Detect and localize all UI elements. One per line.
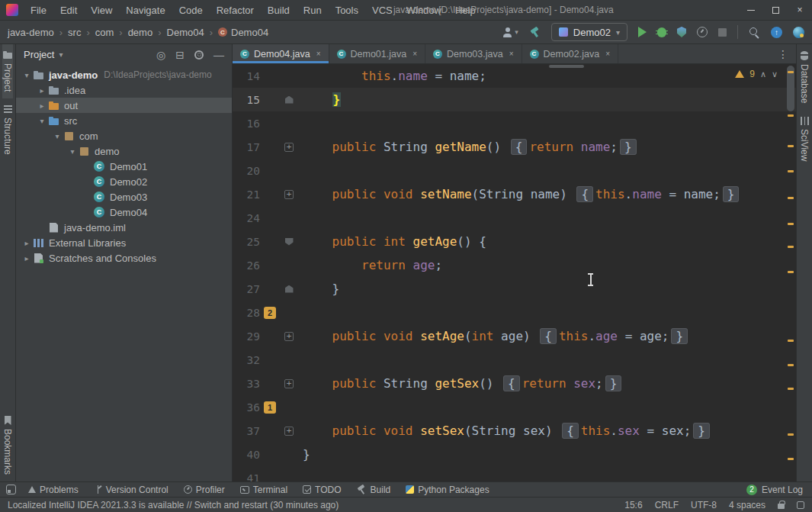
line-number[interactable]: 21 xyxy=(233,188,260,201)
tree-item-demo02[interactable]: CDemo02 xyxy=(16,174,232,189)
next-problem-icon[interactable]: ∨ xyxy=(772,69,778,79)
tree-item-demo03[interactable]: CDemo03 xyxy=(16,189,232,204)
status-message[interactable]: Localized IntelliJ IDEA 2021.3.3 is avai… xyxy=(8,500,339,510)
tree-item-scratches-and-consoles[interactable]: ▸Scratches and Consoles xyxy=(16,250,232,266)
fold-cell[interactable] xyxy=(280,238,298,246)
tool-button-problems[interactable]: Problems xyxy=(21,482,86,497)
chevron-right-icon[interactable]: ▸ xyxy=(36,101,48,110)
encoding[interactable]: UTF-8 xyxy=(691,500,717,510)
tool-button-sciview[interactable]: SciView xyxy=(799,110,810,168)
chevron-down-icon[interactable]: ▾ xyxy=(66,147,79,156)
chevron-right-icon[interactable]: ▸ xyxy=(36,86,48,95)
breadcrumb-item-demo04-5[interactable]: CDemo04 xyxy=(218,27,268,38)
stop-button[interactable] xyxy=(718,28,727,37)
tab-demo03-java[interactable]: CDemo03.java× xyxy=(425,44,522,63)
fold-expand-icon[interactable]: + xyxy=(284,190,294,199)
search-everywhere-button[interactable] xyxy=(749,27,760,38)
tree-item-java-demo-iml[interactable]: java-demo.iml xyxy=(16,220,232,235)
breadcrumb-item-demo04-4[interactable]: Demo04 xyxy=(167,27,204,38)
chevron-right-icon[interactable]: ▸ xyxy=(21,239,33,247)
tool-button-terminal[interactable]: Terminal xyxy=(233,482,295,497)
breadcrumb-item-demo-3[interactable]: demo xyxy=(128,27,153,38)
build-project-button[interactable] xyxy=(529,27,541,38)
lock-icon[interactable] xyxy=(778,504,785,509)
menu-edit[interactable]: Edit xyxy=(53,0,84,21)
breadcrumb-item-com-2[interactable]: com xyxy=(95,27,114,38)
line-number[interactable]: 33 xyxy=(233,378,260,390)
close-button[interactable]: × xyxy=(788,0,812,20)
tab-close-icon[interactable]: × xyxy=(509,50,514,58)
settings-gear-icon[interactable] xyxy=(194,50,204,60)
caret-position[interactable]: 15:6 xyxy=(624,500,642,510)
project-view-selector[interactable]: Project xyxy=(24,49,54,60)
toolwindow-switcher-icon[interactable] xyxy=(6,485,16,494)
code-line-28[interactable]: 282 xyxy=(233,301,796,324)
code-line-41[interactable]: 41 xyxy=(233,466,796,481)
code-line-32[interactable]: 32 xyxy=(233,348,796,372)
fold-end-icon[interactable] xyxy=(285,285,294,293)
line-number[interactable]: 28 xyxy=(233,307,260,319)
collapse-all-icon[interactable]: ⊟ xyxy=(175,49,185,61)
editor-scrollbar[interactable] xyxy=(785,64,796,481)
fold-cell[interactable]: + xyxy=(280,143,298,152)
tab-close-icon[interactable]: × xyxy=(316,50,321,58)
menu-tools[interactable]: Tools xyxy=(329,0,365,21)
line-number[interactable]: 29 xyxy=(233,330,260,343)
code-line-25[interactable]: 25 public int getAge() { xyxy=(233,230,796,253)
fold-expand-icon[interactable]: + xyxy=(284,427,294,436)
fold-start-icon[interactable] xyxy=(285,238,294,246)
code-line-26[interactable]: 26 return age; xyxy=(233,253,796,277)
line-number[interactable]: 25 xyxy=(233,236,260,248)
breadcrumb-item-src-1[interactable]: src xyxy=(68,27,81,38)
fold-cell[interactable] xyxy=(280,96,298,104)
code-line-21[interactable]: 21+ public void setName(String name) {th… xyxy=(233,182,796,206)
code-line-15[interactable]: 15 } xyxy=(233,88,796,111)
fold-expand-icon[interactable]: + xyxy=(284,332,294,341)
bookmark-icon[interactable]: 2 xyxy=(264,307,276,319)
fold-end-icon[interactable] xyxy=(285,96,294,104)
fold-cell[interactable]: + xyxy=(280,427,298,436)
fold-cell[interactable]: + xyxy=(280,379,298,388)
line-number[interactable]: 14 xyxy=(233,70,260,82)
tree-item-out[interactable]: ▸out xyxy=(16,98,232,113)
breadcrumb-item-java-demo-0[interactable]: java-demo xyxy=(8,27,54,38)
tool-button-python-packages[interactable]: Python Packages xyxy=(398,482,496,497)
chevron-down-icon[interactable]: ▾ xyxy=(51,132,63,140)
code-editor[interactable]: 14 this.name = name;15 }1617+ public Str… xyxy=(233,64,796,481)
tree-item-java-demo[interactable]: ▾java-demoD:\IdeaProjects\java-demo xyxy=(16,67,232,82)
tree-item-demo04[interactable]: CDemo04 xyxy=(16,204,232,220)
tool-button-todo[interactable]: TODO xyxy=(295,482,348,497)
code-line-20[interactable]: 20 xyxy=(233,159,796,182)
fold-expand-icon[interactable]: + xyxy=(284,143,294,152)
line-number[interactable]: 32 xyxy=(233,354,260,366)
code-line-29[interactable]: 29+ public void setAge(int age) {this.ag… xyxy=(233,324,796,348)
indent-style[interactable]: 4 spaces xyxy=(729,500,765,510)
line-number[interactable]: 26 xyxy=(233,259,260,272)
run-configuration-select[interactable]: Demo02 ▾ xyxy=(551,23,627,41)
tree-item-src[interactable]: ▾src xyxy=(16,113,232,128)
code-line-40[interactable]: 40} xyxy=(233,443,796,466)
code-line-16[interactable]: 16 xyxy=(233,111,796,135)
menu-build[interactable]: Build xyxy=(261,0,297,21)
menu-refactor[interactable]: Refactor xyxy=(210,0,261,21)
tree-item-external-libraries[interactable]: ▸External Libraries xyxy=(16,235,232,250)
line-number[interactable]: 36 xyxy=(233,401,260,414)
chevron-down-icon[interactable]: ▾ xyxy=(36,117,48,125)
user-menu-button[interactable]: ▾ xyxy=(502,27,518,37)
tool-button-version-control[interactable]: Version Control xyxy=(86,482,176,497)
tab-close-icon[interactable]: × xyxy=(605,50,610,58)
coverage-button[interactable] xyxy=(677,27,686,37)
line-number[interactable]: 17 xyxy=(233,141,260,153)
ide-settings-icon[interactable] xyxy=(793,27,804,38)
horizontal-scrollbar-thumb[interactable] xyxy=(549,65,584,68)
tab-demo02-java[interactable]: CDemo02.java× xyxy=(522,44,619,63)
hide-panel-icon[interactable]: — xyxy=(213,49,224,61)
bookmark-icon[interactable]: 1 xyxy=(264,401,276,414)
more-tabs-icon[interactable]: ⋮ xyxy=(770,44,796,63)
tab-close-icon[interactable]: × xyxy=(412,50,417,58)
tool-button-profiler[interactable]: Profiler xyxy=(176,482,233,497)
run-button[interactable] xyxy=(638,27,647,37)
fold-expand-icon[interactable]: + xyxy=(284,379,294,388)
tool-button-database[interactable]: Database xyxy=(799,44,810,110)
tool-button-structure[interactable]: Structure xyxy=(2,98,13,162)
